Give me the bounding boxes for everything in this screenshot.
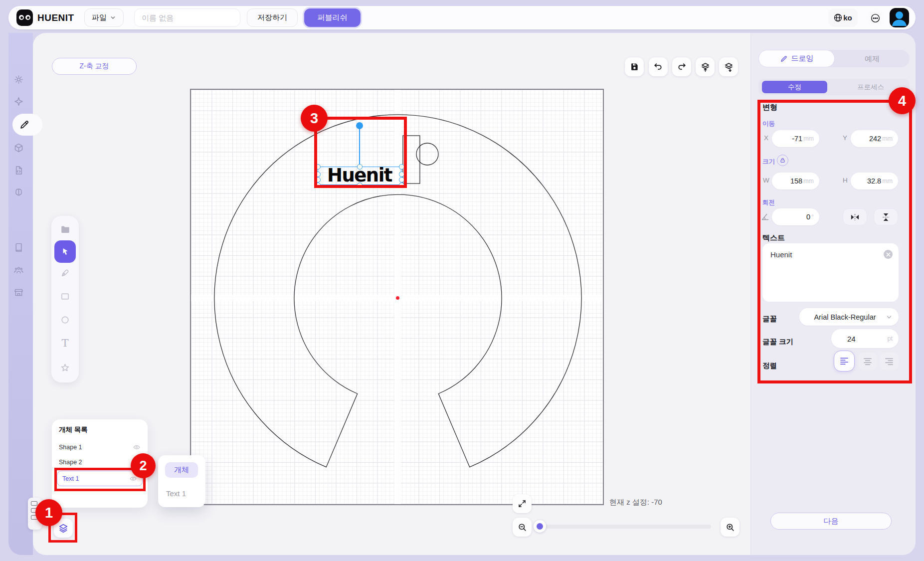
store-icon (13, 287, 24, 298)
more-options-button[interactable] (866, 9, 884, 27)
circle-tool[interactable] (60, 315, 70, 325)
zoom-in-button[interactable] (721, 518, 739, 537)
sidebar-item-ml[interactable] (13, 187, 24, 197)
expand-icon (518, 499, 527, 508)
logo-eye-icon (19, 15, 24, 20)
annotation-box-3 (314, 117, 407, 188)
sparkle-icon (13, 96, 24, 107)
avatar-person-icon (890, 8, 909, 27)
select-tool-active[interactable] (54, 240, 76, 263)
sidebar-item-community[interactable] (13, 265, 24, 275)
sidebar-item-draw-active[interactable] (12, 114, 42, 136)
open-file-tool[interactable] (60, 224, 71, 235)
zoom-in-icon (726, 523, 735, 532)
pen-tool[interactable] (60, 268, 70, 278)
sidebar-item-store[interactable] (13, 287, 24, 298)
annotation-badge-1: 1 (35, 499, 62, 526)
z-setting-status: 현재 z 설정: -70 (609, 498, 662, 507)
rectangle-icon (60, 291, 70, 302)
object-row-shape2[interactable]: Shape 2 (59, 457, 141, 468)
save-button[interactable]: 저장하기 (247, 8, 298, 27)
cube-icon (13, 143, 24, 153)
chevron-down-icon (110, 14, 116, 21)
object-label: Shape 2 (59, 459, 82, 466)
next-button[interactable]: 다음 (770, 513, 892, 530)
zoom-out-button[interactable] (513, 518, 532, 537)
language-label: ko (843, 13, 852, 22)
subtab-edit[interactable]: 수정 (762, 81, 827, 93)
object-tooltip-tag: 개체 (165, 462, 198, 478)
bring-forward-button[interactable] (696, 57, 715, 76)
annotation-badge-4: 4 (889, 87, 916, 114)
people-icon (13, 265, 24, 275)
panel-tab-bar: 드로잉 예제 (758, 50, 910, 67)
text-tool[interactable]: T (60, 337, 70, 349)
object-row-shape1[interactable]: Shape 1 (59, 442, 141, 453)
huenit-logo-icon (16, 9, 33, 26)
z-axis-calibration-button[interactable]: Z-축 교정 (52, 58, 137, 75)
redo-button[interactable] (672, 57, 691, 76)
file-menu-button[interactable]: 파일 (84, 8, 124, 27)
sidebar-item-docs[interactable] (13, 242, 24, 253)
publish-button[interactable]: 퍼블리쉬 (304, 8, 361, 27)
star-icon (60, 363, 70, 373)
layer-up-icon (700, 62, 711, 72)
annotation-badge-3: 3 (301, 105, 328, 132)
send-backward-button[interactable] (719, 57, 738, 76)
layer-down-icon (724, 62, 734, 72)
eye-icon[interactable] (133, 443, 141, 451)
book-icon (13, 242, 24, 253)
project-name-field[interactable] (134, 8, 240, 27)
file-code-icon (13, 165, 24, 176)
tab-drawing[interactable]: 드로잉 (758, 50, 835, 67)
object-label: Shape 1 (59, 444, 82, 451)
sidebar-item-settings[interactable] (13, 74, 24, 85)
sidebar-item-code[interactable] (13, 165, 24, 176)
brain-icon (13, 187, 24, 197)
top-bar: HUENIT 파일 저장하기 퍼블리쉬 ko (8, 6, 916, 29)
object-tooltip-label: Text 1 (166, 489, 186, 498)
fit-view-button[interactable] (513, 494, 532, 513)
sidebar-item-ai[interactable] (13, 96, 24, 107)
file-menu-label: 파일 (92, 13, 107, 22)
pencil-icon (19, 119, 30, 130)
save-project-button[interactable] (625, 57, 644, 76)
ellipsis-icon (870, 13, 881, 23)
cursor-icon (60, 246, 70, 257)
annotation-badge-2: 2 (131, 453, 156, 478)
tab-drawing-label: 드로잉 (791, 54, 814, 63)
logo-eye-icon (25, 15, 30, 20)
tab-examples[interactable]: 예제 (835, 50, 910, 67)
zoom-slider-dot (537, 523, 543, 530)
sidebar-item-3d[interactable] (13, 143, 24, 153)
zoom-out-icon (518, 523, 527, 532)
user-avatar[interactable] (890, 8, 909, 27)
language-button[interactable]: ko (828, 8, 858, 27)
star-tool[interactable] (60, 363, 70, 373)
circle-icon (60, 315, 70, 325)
redo-icon (677, 62, 687, 72)
pen-icon (60, 268, 70, 278)
undo-button[interactable] (649, 57, 668, 76)
floppy-save-icon (629, 62, 639, 72)
object-tooltip: 개체 Text 1 (158, 455, 205, 507)
gear-icon (13, 74, 24, 85)
canvas-origin-dot (396, 296, 399, 300)
globe-icon (834, 13, 842, 22)
pencil-icon (780, 55, 788, 63)
undo-icon (653, 62, 663, 72)
zoom-slider-knob[interactable] (534, 520, 546, 533)
folder-icon (60, 224, 71, 235)
tool-palette: T (51, 216, 79, 382)
brand-title: HUENIT (37, 6, 74, 29)
panel-subtab-bar: 수정 프로세스 (758, 79, 910, 95)
object-list-title: 개체 목록 (59, 425, 88, 434)
mini-glyph-icon (31, 501, 37, 506)
annotation-box-4 (757, 100, 912, 383)
project-name-input[interactable] (135, 9, 240, 26)
rectangle-tool[interactable] (60, 291, 70, 302)
zoom-slider-track[interactable] (537, 525, 711, 529)
